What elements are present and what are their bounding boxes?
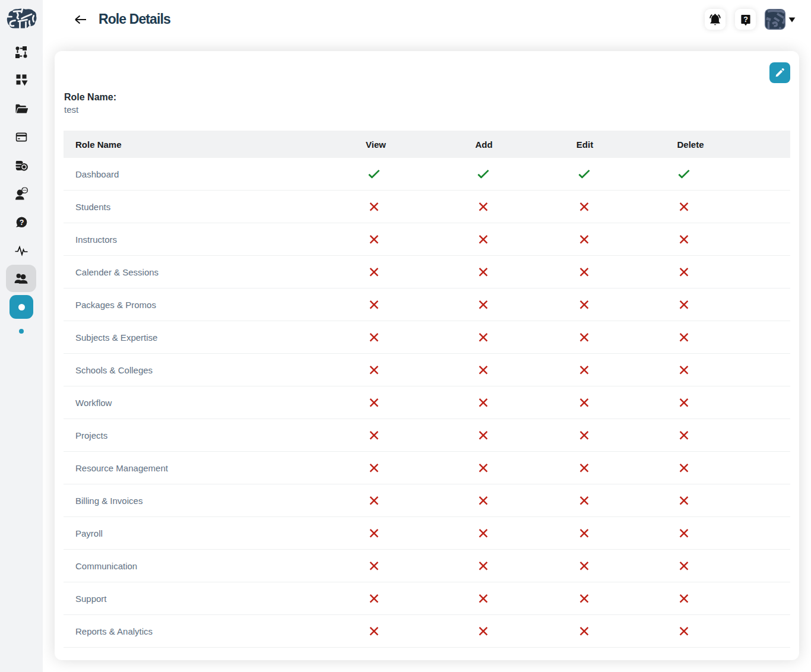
svg-text:?: ? <box>743 15 748 23</box>
svg-text:?: ? <box>20 218 24 227</box>
